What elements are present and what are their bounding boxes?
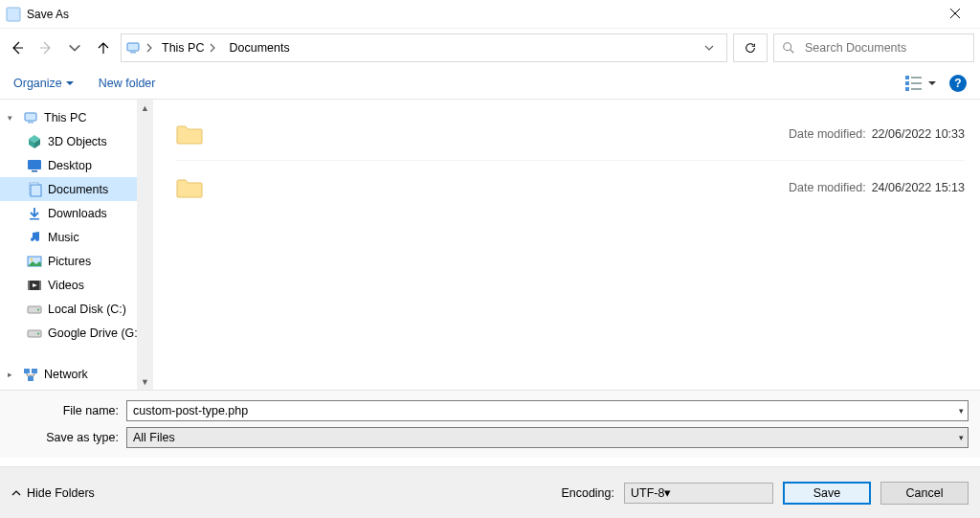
hide-folders-label: Hide Folders [27, 486, 95, 500]
caret-down-icon [928, 79, 936, 87]
back-button[interactable] [6, 36, 29, 59]
scroll-up-icon[interactable]: ▲ [137, 100, 153, 116]
svg-point-3 [784, 43, 791, 51]
scroll-down-icon[interactable]: ▼ [137, 373, 153, 390]
chevron-down-icon [704, 43, 714, 53]
svg-rect-20 [28, 281, 30, 290]
chevron-up-icon [11, 488, 21, 498]
chevron-down-icon [67, 40, 82, 56]
breadcrumb-item[interactable]: Documents [225, 39, 293, 56]
filename-combo[interactable]: custom-post-type.php ▾ [126, 400, 969, 421]
breadcrumb-item[interactable]: This PC [158, 39, 221, 56]
cancel-button[interactable]: Cancel [880, 482, 969, 505]
file-list: Date modified: 22/06/2022 10:33 Date mod… [153, 100, 980, 390]
svg-rect-15 [31, 185, 41, 196]
caret-down-icon [66, 79, 74, 87]
drive-icon [27, 326, 42, 341]
network-icon [23, 367, 38, 382]
address-history-button[interactable] [696, 34, 723, 61]
svg-rect-8 [905, 87, 909, 91]
tree-item-this-pc[interactable]: ▾ This PC [0, 105, 153, 129]
svg-rect-0 [7, 8, 20, 21]
recent-locations-button[interactable] [63, 36, 86, 59]
savetype-combo[interactable]: All Files ▾ [126, 427, 969, 448]
navigation-tree: ▾ This PC 3D Objects Desktop Documents D… [0, 100, 153, 390]
help-button[interactable]: ? [949, 75, 967, 92]
svg-rect-7 [911, 82, 922, 84]
savetype-value: All Files [133, 431, 175, 444]
svg-rect-5 [911, 77, 922, 79]
arrow-left-icon [10, 40, 25, 56]
list-item[interactable]: Date modified: 22/06/2022 10:33 [176, 107, 965, 161]
hide-folders-button[interactable]: Hide Folders [11, 486, 95, 500]
tree-label: Downloads [48, 207, 107, 220]
toolbar: Organize New folder ? [0, 67, 980, 100]
content-area: ▾ This PC 3D Objects Desktop Documents D… [0, 100, 980, 391]
close-button[interactable] [936, 7, 974, 22]
address-bar[interactable]: This PC Documents [121, 34, 727, 62]
forward-button[interactable] [34, 36, 57, 59]
cancel-label: Cancel [906, 486, 944, 500]
expand-icon[interactable]: ▾ [8, 113, 17, 123]
filename-value: custom-post-type.php [133, 404, 248, 417]
svg-point-23 [37, 308, 39, 310]
refresh-button[interactable] [733, 34, 768, 62]
encoding-label: Encoding: [561, 486, 614, 500]
search-input[interactable] [803, 40, 966, 56]
list-item[interactable]: Date modified: 24/06/2022 15:13 [176, 161, 965, 214]
svg-rect-16 [30, 218, 39, 220]
tree-item-music[interactable]: Music [0, 225, 153, 249]
tree-item-google-drive[interactable]: Google Drive (G: [0, 321, 153, 345]
svg-rect-21 [39, 281, 41, 290]
save-button[interactable]: Save [783, 482, 871, 505]
music-icon [27, 230, 42, 245]
expand-icon[interactable]: ▸ [8, 370, 17, 379]
chevron-down-icon[interactable]: ▾ [959, 433, 964, 442]
tree-item-desktop[interactable]: Desktop [0, 153, 153, 177]
svg-rect-6 [905, 81, 909, 85]
arrow-right-icon [38, 40, 54, 56]
tree-label: Pictures [48, 255, 91, 268]
pictures-icon [27, 254, 42, 269]
chevron-down-icon[interactable]: ▾ [959, 406, 964, 416]
search-box[interactable] [773, 34, 974, 62]
svg-rect-28 [28, 376, 33, 381]
search-icon [782, 41, 795, 55]
date-modified-value: 22/06/2022 10:33 [872, 127, 965, 141]
tree-item-local-disk[interactable]: Local Disk (C:) [0, 297, 153, 321]
svg-rect-10 [25, 113, 36, 121]
tree-item-3d-objects[interactable]: 3D Objects [0, 129, 153, 153]
tree-label: This PC [44, 111, 86, 124]
svg-rect-13 [32, 170, 37, 172]
organize-label: Organize [13, 77, 62, 90]
filename-label: File name: [11, 404, 126, 417]
desktop-icon [27, 158, 42, 173]
tree-label: Local Disk (C:) [48, 303, 126, 316]
tree-item-videos[interactable]: Videos [0, 273, 153, 297]
footer-bar: Hide Folders Encoding: UTF-8 ▾ Save Canc… [0, 466, 980, 518]
savetype-label: Save as type: [11, 431, 126, 444]
date-modified-value: 24/06/2022 15:13 [872, 181, 965, 194]
new-folder-button[interactable]: New folder [99, 77, 156, 90]
tree-scrollbar[interactable]: ▲ ▼ [137, 100, 153, 390]
svg-rect-26 [24, 369, 30, 373]
up-button[interactable] [92, 36, 115, 59]
tree-label: Google Drive (G: [48, 327, 138, 340]
breadcrumb-label: Documents [229, 41, 289, 55]
save-label: Save [813, 486, 841, 500]
organize-menu[interactable]: Organize [13, 77, 74, 90]
app-icon [6, 7, 21, 22]
tree-label: 3D Objects [48, 135, 107, 148]
encoding-combo[interactable]: UTF-8 ▾ [624, 483, 773, 504]
view-options-button[interactable] [903, 73, 936, 94]
documents-icon [27, 182, 42, 197]
tree-item-downloads[interactable]: Downloads [0, 201, 153, 225]
tree-label: Documents [48, 183, 108, 196]
tree-item-documents[interactable]: Documents [0, 177, 153, 201]
tree-item-pictures[interactable]: Pictures [0, 249, 153, 273]
chevron-down-icon[interactable]: ▾ [664, 485, 671, 500]
svg-point-18 [31, 258, 33, 259]
downloads-icon [27, 206, 42, 221]
tree-item-network[interactable]: ▸ Network [0, 362, 153, 386]
tree-label: Network [44, 368, 88, 381]
